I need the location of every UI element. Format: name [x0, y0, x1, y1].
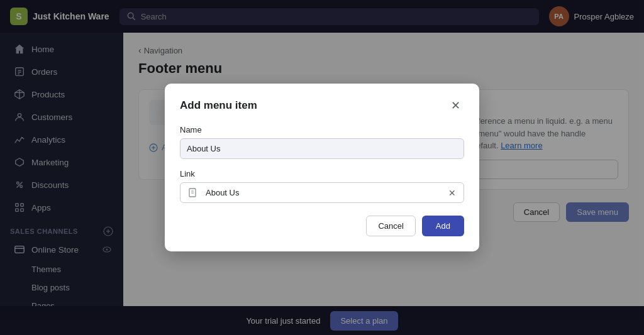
- modal-cancel-button[interactable]: Cancel: [366, 216, 415, 236]
- name-input[interactable]: [180, 138, 464, 159]
- link-input-wrapper: ✕: [180, 182, 464, 203]
- link-clear-button[interactable]: ✕: [443, 184, 461, 202]
- modal-overlay: Add menu item ✕ Name Link ✕ Cancel Add: [0, 0, 644, 335]
- add-menu-item-modal: Add menu item ✕ Name Link ✕ Cancel Add: [165, 84, 479, 251]
- page-icon: [188, 188, 198, 198]
- modal-close-button[interactable]: ✕: [447, 99, 464, 113]
- link-page-icon: [187, 187, 199, 199]
- modal-title: Add menu item: [180, 99, 257, 112]
- link-field-label: Link: [180, 169, 464, 178]
- modal-add-button[interactable]: Add: [422, 216, 464, 236]
- link-input[interactable]: [199, 183, 443, 202]
- name-field-label: Name: [180, 125, 464, 135]
- modal-header: Add menu item ✕: [180, 99, 464, 113]
- modal-actions: Cancel Add: [180, 216, 464, 236]
